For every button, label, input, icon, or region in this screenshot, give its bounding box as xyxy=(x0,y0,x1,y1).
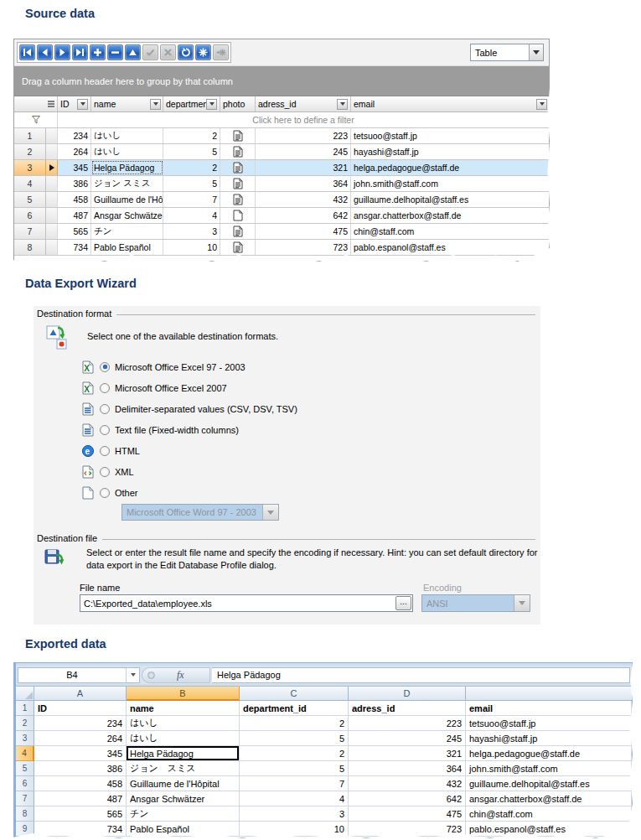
insert-record-button[interactable] xyxy=(90,44,106,60)
select-all-corner[interactable] xyxy=(16,687,34,701)
cell-email[interactable]: tetsuoo@staff.jp xyxy=(351,128,549,143)
browse-button[interactable]: ... xyxy=(395,596,411,610)
excel-column-header-D[interactable]: D xyxy=(349,687,466,701)
excel-cell-B9[interactable]: Pablo Español xyxy=(127,822,240,837)
cell-name[interactable]: チン xyxy=(91,224,163,239)
format-option-7[interactable]: Other xyxy=(81,482,297,503)
excel-cell-B7[interactable]: Ansgar Schwätzer xyxy=(127,791,240,806)
excel-cell-B2[interactable]: はいし xyxy=(127,716,240,731)
row-number[interactable]: 3 xyxy=(14,160,46,175)
cell-id[interactable]: 345 xyxy=(58,160,91,175)
excel-cell-D7[interactable]: 642 xyxy=(349,791,466,806)
format-option-6[interactable]: XML xyxy=(81,461,297,482)
format-option-5[interactable]: eHTML xyxy=(81,440,297,461)
excel-cell-A6[interactable]: 458 xyxy=(34,776,127,791)
excel-cell-C6[interactable]: 7 xyxy=(240,776,349,791)
cell-id[interactable]: 386 xyxy=(58,176,91,191)
excel-cell-C1[interactable]: department_id xyxy=(240,701,349,716)
excel-cell-B1[interactable]: name xyxy=(127,701,240,716)
format-option-1[interactable]: XMicrosoft Office Excel 97 - 2003 xyxy=(81,356,297,377)
cell-id[interactable]: 234 xyxy=(58,128,91,143)
excel-cell-E7[interactable]: ansgar.chatterbox@staff.de xyxy=(466,791,632,806)
cell-photo[interactable] xyxy=(220,208,256,223)
column-header-adress_id[interactable]: adress_id xyxy=(256,96,351,111)
table-view-dropdown-button[interactable] xyxy=(529,44,543,60)
cell-adress-id[interactable]: 321 xyxy=(256,160,351,175)
excel-cell-E3[interactable]: hayashi@staff.jp xyxy=(466,731,632,746)
cell-email[interactable]: helga.pedagogue@staff.de xyxy=(351,160,549,175)
row-number[interactable]: 1 xyxy=(14,128,46,143)
cell-id[interactable]: 565 xyxy=(58,224,91,239)
set-bookmark-button[interactable] xyxy=(195,44,211,60)
excel-cell-A5[interactable]: 386 xyxy=(34,761,127,776)
cell-id[interactable]: 264 xyxy=(58,144,91,159)
excel-row-header[interactable]: 8 xyxy=(16,806,34,822)
column-filter-button[interactable] xyxy=(337,99,348,110)
excel-column-header-C[interactable]: C xyxy=(240,687,349,701)
row-number[interactable]: 7 xyxy=(14,224,46,239)
excel-row-header[interactable]: 3 xyxy=(16,731,34,746)
excel-cell-B5[interactable]: ジョン スミス xyxy=(127,761,240,776)
table-view-dropdown[interactable]: Table xyxy=(470,44,544,61)
cell-name[interactable]: Pablo Español xyxy=(91,240,163,255)
insert-function-area[interactable]: fx xyxy=(142,667,210,683)
excel-cell-D1[interactable]: adress_id xyxy=(349,701,466,716)
excel-cell-A9[interactable]: 734 xyxy=(34,822,127,837)
excel-cell-A8[interactable]: 565 xyxy=(34,806,127,822)
cell-adress-id[interactable]: 723 xyxy=(256,240,351,255)
cell-email[interactable]: guillaume.delhopital@staff.es xyxy=(351,192,549,207)
format-radio[interactable] xyxy=(100,404,110,414)
cell-department-id[interactable]: 10 xyxy=(163,240,220,255)
excel-row-header[interactable]: 1 xyxy=(16,701,34,716)
excel-cell-A3[interactable]: 264 xyxy=(34,731,127,746)
excel-cell-D8[interactable]: 475 xyxy=(349,806,466,822)
cell-department-id[interactable]: 3 xyxy=(163,224,220,239)
excel-cell-D4[interactable]: 321 xyxy=(349,746,466,761)
cell-email[interactable]: john.smith@staff.com xyxy=(351,176,549,191)
excel-cell-B6[interactable]: Guillaume de l'Hôpital xyxy=(127,776,240,791)
format-radio[interactable] xyxy=(100,446,110,456)
column-header-id[interactable]: ID xyxy=(58,96,91,111)
format-radio[interactable] xyxy=(100,488,110,498)
cell-name[interactable]: Ansgar Schwätzer xyxy=(91,208,163,223)
excel-row-header[interactable]: 2 xyxy=(16,716,34,731)
cell-department-id[interactable]: 4 xyxy=(163,208,220,223)
row-number[interactable]: 4 xyxy=(14,176,46,191)
cell-photo[interactable] xyxy=(220,192,256,207)
column-header-department_id[interactable]: department_id xyxy=(163,96,220,111)
row-number[interactable]: 6 xyxy=(14,208,46,223)
excel-row-header[interactable]: 6 xyxy=(16,776,34,791)
cell-department-id[interactable]: 5 xyxy=(163,176,220,191)
excel-cell-E6[interactable]: guillaume.delhopital@staff.es xyxy=(466,776,632,791)
cell-email[interactable]: pablo.espanol@staff.es xyxy=(351,240,549,255)
excel-column-header-e[interactable] xyxy=(466,687,632,701)
excel-cell-E2[interactable]: tetsuoo@staff.jp xyxy=(466,716,632,731)
cell-adress-id[interactable]: 475 xyxy=(256,224,351,239)
edit-record-button[interactable] xyxy=(125,44,141,60)
excel-cell-C2[interactable]: 2 xyxy=(240,716,349,731)
grid-corner-menu[interactable] xyxy=(14,96,58,111)
row-number[interactable]: 5 xyxy=(14,192,46,207)
excel-cell-A4[interactable]: 345 xyxy=(34,746,127,761)
cell-photo[interactable] xyxy=(220,224,256,239)
delete-record-button[interactable] xyxy=(107,44,123,60)
excel-cell-D6[interactable]: 432 xyxy=(349,776,466,791)
excel-cell-B4[interactable]: Helga Pädagog xyxy=(127,746,240,761)
cell-name[interactable]: はいし xyxy=(91,144,163,159)
excel-cell-D5[interactable]: 364 xyxy=(349,761,466,776)
cell-adress-id[interactable]: 642 xyxy=(256,208,351,223)
cell-photo[interactable] xyxy=(220,160,256,175)
excel-cell-C5[interactable]: 5 xyxy=(240,761,349,776)
cell-email[interactable]: hayashi@staff.jp xyxy=(351,144,549,159)
cell-photo[interactable] xyxy=(220,176,256,191)
formula-input[interactable]: Helga Pädagog xyxy=(212,667,630,683)
cell-photo[interactable] xyxy=(220,240,256,255)
column-filter-button[interactable] xyxy=(206,99,217,110)
cell-adress-id[interactable]: 223 xyxy=(256,128,351,143)
cell-id[interactable]: 734 xyxy=(58,240,91,255)
excel-row-header[interactable]: 9 xyxy=(16,822,34,837)
excel-cell-E8[interactable]: chin@staff.com xyxy=(466,806,632,822)
cell-photo[interactable] xyxy=(220,128,256,143)
row-number[interactable]: 2 xyxy=(14,144,46,159)
excel-row-header[interactable]: 4 xyxy=(16,746,34,761)
